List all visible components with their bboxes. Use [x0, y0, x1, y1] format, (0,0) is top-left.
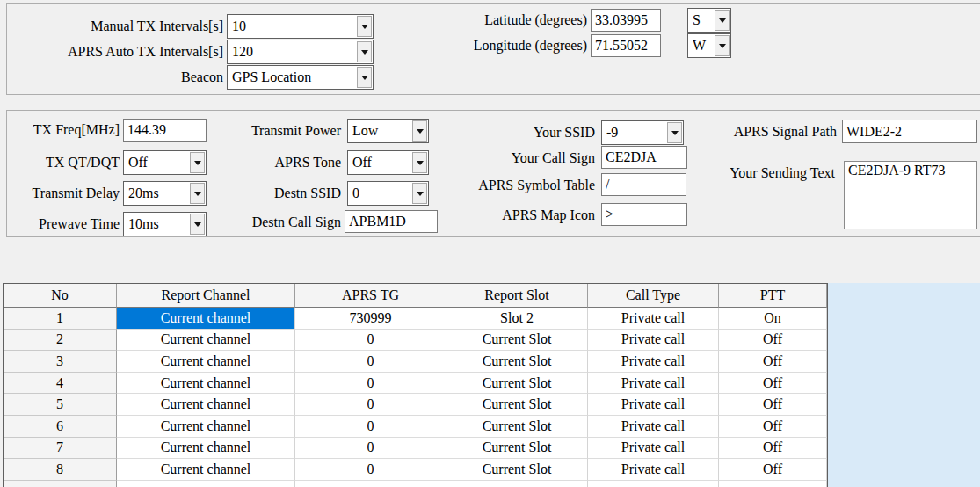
combo-dropdown-button[interactable] — [667, 122, 682, 143]
table-cell[interactable]: Current channel — [117, 330, 295, 352]
table-cell[interactable]: 0 — [295, 351, 446, 373]
table-cell[interactable]: Current channel — [117, 416, 295, 438]
combo-dropdown-button[interactable] — [715, 10, 730, 31]
table-cell[interactable]: Private call — [588, 330, 719, 352]
table-cell[interactable]: Current channel — [117, 438, 295, 460]
row-header-cell[interactable]: 7 — [4, 438, 117, 460]
tx-freq-label: TX Freq[MHz] — [7, 119, 120, 142]
table-cell[interactable]: Off — [719, 438, 827, 460]
table-cell[interactable] — [588, 481, 719, 487]
table-cell[interactable]: Slot 2 — [446, 308, 588, 330]
table-cell[interactable]: Current Slot — [446, 416, 588, 438]
row-header-cell[interactable]: 2 — [4, 330, 117, 352]
combo-dropdown-button[interactable] — [412, 183, 427, 204]
table-cell[interactable]: Private call — [588, 394, 719, 416]
tx-freq-input[interactable] — [123, 119, 207, 142]
aprs-tone-select[interactable]: Off — [347, 150, 429, 175]
column-header-ptt[interactable]: PTT — [719, 284, 827, 308]
combo-dropdown-button[interactable] — [190, 214, 205, 235]
table-cell[interactable]: Private call — [588, 308, 719, 330]
destn-call-sign-input[interactable] — [345, 210, 438, 233]
latitude-hemisphere-select[interactable]: S — [687, 8, 731, 33]
manual-tx-intervals-select[interactable]: 10 — [227, 14, 374, 39]
table-cell[interactable]: Private call — [588, 459, 719, 481]
row-header-cell[interactable]: 8 — [4, 459, 117, 481]
table-cell[interactable] — [719, 481, 827, 487]
table-cell[interactable]: Current Slot — [446, 330, 588, 352]
table-cell[interactable]: On — [719, 308, 827, 330]
table-cell[interactable]: Off — [719, 459, 827, 481]
transmit-delay-select[interactable]: 20ms — [123, 181, 207, 206]
row-header-cell[interactable] — [4, 481, 117, 487]
table-cell[interactable]: 0 — [295, 416, 446, 438]
row-header-cell[interactable]: 3 — [4, 351, 117, 373]
combo-dropdown-button[interactable] — [190, 152, 205, 173]
table-cell[interactable]: Off — [719, 394, 827, 416]
prewave-time-select[interactable]: 10ms — [123, 212, 207, 236]
column-header-report-slot[interactable]: Report Slot — [446, 284, 588, 308]
your-call-sign-input[interactable] — [601, 146, 687, 169]
combo-dropdown-button[interactable] — [357, 16, 372, 37]
table-cell[interactable]: Private call — [588, 416, 719, 438]
your-ssid-select[interactable]: -9 — [601, 120, 684, 145]
combo-dropdown-button[interactable] — [190, 183, 205, 204]
beacon-select[interactable]: GPS Location — [227, 65, 374, 90]
column-header-report-channel[interactable]: Report Channel — [117, 284, 295, 308]
column-header-no[interactable]: No — [4, 284, 117, 308]
aprs-signal-path-input[interactable] — [842, 120, 977, 143]
table-cell[interactable]: Off — [719, 330, 827, 352]
table-cell[interactable]: Private call — [588, 438, 719, 460]
table-cell[interactable] — [446, 481, 588, 487]
tx-qt-dqt-select[interactable]: Off — [123, 150, 207, 175]
combo-dropdown-button[interactable] — [715, 35, 730, 56]
longitude-hemisphere-select[interactable]: W — [687, 33, 731, 58]
longitude-hemisphere-value: W — [693, 34, 713, 57]
column-header-aprs-tg[interactable]: APRS TG — [295, 284, 446, 308]
destn-ssid-select[interactable]: 0 — [347, 181, 429, 206]
row-header-cell[interactable]: 5 — [4, 394, 117, 416]
combo-dropdown-button[interactable] — [412, 120, 427, 142]
table-cell[interactable]: 0 — [295, 459, 446, 481]
table-cell[interactable]: 0 — [295, 330, 446, 352]
table-cell[interactable]: Current channel — [117, 351, 295, 373]
chevron-down-icon — [194, 222, 201, 227]
aprs-map-icon-label: APRS Map Icon — [475, 204, 595, 227]
aprs-auto-tx-intervals-select[interactable]: 120 — [227, 40, 374, 64]
table-cell[interactable]: Current channel — [117, 373, 295, 395]
transmit-power-select[interactable]: Low — [347, 119, 429, 143]
tx-qt-dqt-label: TX QT/DQT — [7, 150, 120, 175]
table-cell[interactable]: 0 — [295, 373, 446, 395]
longitude-label: Longitude (degrees) — [378, 33, 587, 57]
table-cell[interactable]: Current Slot — [446, 394, 588, 416]
row-header-cell[interactable]: 4 — [4, 373, 117, 395]
table-cell[interactable]: Current Slot — [446, 373, 588, 395]
table-cell[interactable]: Private call — [588, 373, 719, 395]
your-sending-text-textarea[interactable]: CE2DJA-9 RT73 — [844, 161, 977, 229]
table-cell[interactable]: Off — [719, 351, 827, 373]
combo-dropdown-button[interactable] — [412, 152, 427, 173]
table-cell[interactable]: Current Slot — [446, 459, 588, 481]
table-header-row: No Report Channel APRS TG Report Slot Ca… — [4, 284, 827, 308]
column-header-call-type[interactable]: Call Type — [588, 284, 719, 308]
combo-dropdown-button[interactable] — [357, 41, 372, 62]
table-cell[interactable]: Current channel — [117, 394, 295, 416]
table-cell[interactable]: 730999 — [295, 308, 446, 330]
table-cell[interactable]: Current Slot — [446, 438, 588, 460]
table-cell[interactable]: Off — [719, 416, 827, 438]
aprs-map-icon-input[interactable] — [601, 203, 687, 226]
combo-dropdown-button[interactable] — [357, 67, 372, 88]
table-cell[interactable]: Off — [719, 373, 827, 395]
table-cell[interactable] — [295, 481, 446, 487]
table-cell[interactable]: Current Slot — [446, 351, 588, 373]
table-cell[interactable]: Current channel — [117, 459, 295, 481]
table-cell[interactable] — [117, 481, 295, 487]
table-cell[interactable]: 0 — [295, 394, 446, 416]
aprs-symbol-table-input[interactable] — [601, 173, 686, 196]
selected-cell[interactable]: Current channel — [117, 308, 295, 330]
table-cell[interactable]: 0 — [295, 438, 446, 460]
longitude-input[interactable] — [591, 34, 661, 57]
row-header-cell[interactable]: 6 — [4, 416, 117, 438]
table-cell[interactable]: Private call — [588, 351, 719, 373]
latitude-input[interactable] — [591, 9, 661, 32]
row-header-cell[interactable]: 1 — [4, 308, 117, 330]
